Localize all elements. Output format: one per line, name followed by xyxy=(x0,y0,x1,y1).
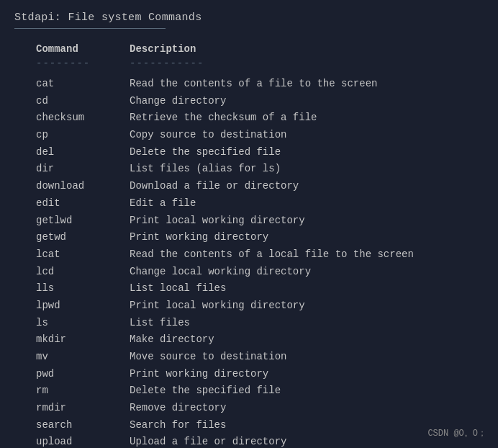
command-cell: rm xyxy=(36,383,130,399)
description-cell: List files xyxy=(130,315,190,331)
table-row: checksumRetrieve the checksum of a file xyxy=(36,110,484,126)
description-cell: Delete the specified file xyxy=(130,383,281,399)
command-cell: download xyxy=(36,179,130,194)
description-cell: Make directory xyxy=(130,332,214,348)
command-cell: ls xyxy=(36,315,130,331)
table-row: delDelete the specified file xyxy=(36,145,484,161)
description-cell: Change directory xyxy=(130,94,226,109)
command-cell: checksum xyxy=(36,110,130,126)
command-cell: lcd xyxy=(36,264,130,280)
desc-underline xyxy=(130,58,204,69)
description-cell: List local files xyxy=(130,281,226,297)
description-cell: Print local working directory xyxy=(130,213,305,229)
command-cell: mkdir xyxy=(36,332,130,348)
description-column-header: Description xyxy=(130,43,196,55)
command-cell: pwd xyxy=(36,367,130,382)
table-row: getwdPrint working directory xyxy=(36,230,484,246)
description-cell: Search for files xyxy=(130,418,226,434)
main-container: Stdapi: File system Commands Command Des… xyxy=(0,0,498,448)
description-cell: Print local working directory xyxy=(130,298,305,314)
command-cell: cat xyxy=(36,76,130,92)
description-cell: Read the contents of a local file to the… xyxy=(130,247,414,263)
command-cell: mv xyxy=(36,349,130,365)
command-cell: del xyxy=(36,145,130,161)
command-cell: dir xyxy=(36,161,130,177)
description-cell: Retrieve the checksum of a file xyxy=(130,110,317,126)
table-header-row: Command Description xyxy=(36,43,484,55)
table-row: llsList local files xyxy=(36,281,484,297)
description-cell: Upload a file or directory xyxy=(130,434,286,448)
table-row: lsList files xyxy=(36,315,484,331)
table-row: rmdirRemove directory xyxy=(36,400,484,416)
table-row: cpCopy source to destination xyxy=(36,127,484,143)
table-row: lcatRead the contents of a local file to… xyxy=(36,247,484,263)
description-cell: Read the contents of a file to the scree… xyxy=(130,76,377,92)
command-cell: upload xyxy=(36,434,130,448)
table-row: cdChange directory xyxy=(36,94,484,109)
table-row: catRead the contents of a file to the sc… xyxy=(36,76,484,92)
command-column-header: Command xyxy=(36,43,130,55)
command-cell: cd xyxy=(36,94,130,109)
table-row: lcdChange local working directory xyxy=(36,264,484,280)
table-row: pwdPrint working directory xyxy=(36,367,484,382)
header-underlines xyxy=(36,58,484,69)
watermark: CSDN @O。O； xyxy=(427,427,486,439)
table-row: searchSearch for files xyxy=(36,418,484,434)
description-cell: Delete the specified file xyxy=(130,145,281,161)
command-underline xyxy=(36,58,130,69)
page-title: Stdapi: File system Commands xyxy=(14,12,484,24)
table-row: lpwdPrint local working directory xyxy=(36,298,484,314)
command-cell: lpwd xyxy=(36,298,130,314)
table-row: rmDelete the specified file xyxy=(36,383,484,399)
title-underline xyxy=(14,28,166,29)
description-cell: Edit a file xyxy=(130,196,196,212)
description-cell: Print working directory xyxy=(130,367,268,382)
table-row: editEdit a file xyxy=(36,196,484,212)
table-row: dirList files (alias for ls) xyxy=(36,161,484,177)
description-cell: List files (alias for ls) xyxy=(130,161,281,177)
table-row: getlwdPrint local working directory xyxy=(36,213,484,229)
command-cell: cp xyxy=(36,127,130,143)
description-cell: Print working directory xyxy=(130,230,268,246)
description-cell: Download a file or directory xyxy=(130,179,299,194)
command-cell: lls xyxy=(36,281,130,297)
table-body: catRead the contents of a file to the sc… xyxy=(36,76,484,448)
table-row: uploadUpload a file or directory xyxy=(36,434,484,448)
command-cell: search xyxy=(36,418,130,434)
table-row: mkdirMake directory xyxy=(36,332,484,348)
command-cell: edit xyxy=(36,196,130,212)
command-cell: getwd xyxy=(36,230,130,246)
description-cell: Copy source to destination xyxy=(130,127,286,143)
command-cell: getlwd xyxy=(36,213,130,229)
description-cell: Change local working directory xyxy=(130,264,311,280)
command-cell: lcat xyxy=(36,247,130,263)
command-cell: rmdir xyxy=(36,400,130,416)
table-row: mvMove source to destination xyxy=(36,349,484,365)
description-cell: Remove directory xyxy=(130,400,226,416)
command-table: Command Description catRead the contents… xyxy=(14,43,484,448)
table-row: downloadDownload a file or directory xyxy=(36,179,484,194)
description-cell: Move source to destination xyxy=(130,349,286,365)
